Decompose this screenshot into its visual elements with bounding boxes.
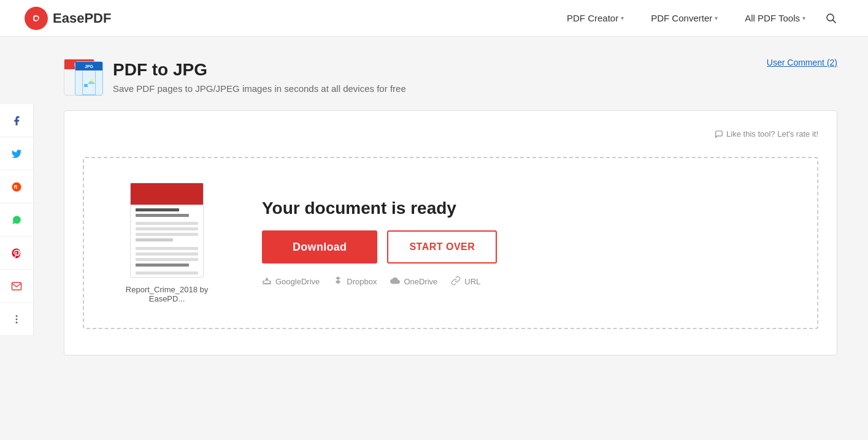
main-nav: PDF Creator ▾ PDF Converter ▾ All PDF To…: [553, 0, 843, 37]
search-button[interactable]: [819, 6, 843, 31]
svg-text:R: R: [14, 184, 18, 190]
download-button[interactable]: Download: [262, 230, 377, 264]
file-thumbnail: [130, 183, 204, 278]
page-header-left: PDF JPG PDF to JPG Save PDF pages to JPG…: [64, 55, 406, 98]
google-drive-option[interactable]: GoogleDrive: [262, 276, 320, 287]
nav-pdf-converter[interactable]: PDF Converter ▾: [637, 0, 731, 37]
svg-point-13: [91, 79, 94, 82]
url-option[interactable]: URL: [451, 276, 480, 287]
logo[interactable]: EasePDF: [25, 7, 111, 30]
facebook-share-button[interactable]: [0, 104, 33, 137]
nav-all-pdf-tools[interactable]: All PDF Tools ▾: [731, 0, 819, 37]
twitter-share-button[interactable]: [0, 137, 33, 170]
page-title-info: PDF to JPG Save PDF pages to JPG/JPEG im…: [113, 60, 406, 94]
onedrive-icon: [390, 276, 400, 287]
nav-pdf-creator[interactable]: PDF Creator ▾: [553, 0, 637, 37]
chevron-down-icon: ▾: [802, 15, 805, 21]
svg-point-9: [16, 321, 18, 323]
thumb-content: [131, 205, 203, 278]
svg-point-1: [34, 17, 38, 20]
svg-line-3: [833, 20, 836, 23]
url-label: URL: [464, 277, 480, 286]
onedrive-option[interactable]: OneDrive: [390, 276, 437, 287]
svg-rect-11: [84, 84, 88, 87]
dropbox-label: Dropbox: [347, 277, 377, 286]
thumb-header: [131, 183, 203, 205]
rate-bar: Like this tool? Let's rate it!: [83, 129, 818, 138]
file-preview: Report_Crime_2018 by EasePD...: [121, 183, 213, 303]
cloud-options: GoogleDrive Dropbox OneDri: [262, 276, 480, 287]
main-content: PDF JPG PDF to JPG Save PDF pages to JPG…: [33, 37, 868, 440]
rate-link[interactable]: Like this tool? Let's rate it!: [715, 129, 818, 138]
email-share-button[interactable]: [0, 270, 33, 303]
more-share-button[interactable]: [0, 303, 33, 336]
google-drive-icon: [262, 276, 272, 287]
google-drive-label: GoogleDrive: [275, 277, 320, 286]
result-actions: Your document is ready Download START OV…: [262, 199, 497, 287]
reddit-share-button[interactable]: R: [0, 170, 33, 203]
dropbox-option[interactable]: Dropbox: [333, 276, 377, 287]
start-over-button[interactable]: START OVER: [387, 230, 497, 264]
page-icon: PDF JPG: [64, 55, 103, 98]
onedrive-label: OneDrive: [404, 277, 437, 286]
page-header: PDF JPG PDF to JPG Save PDF pages to JPG…: [64, 55, 837, 98]
svg-point-8: [16, 318, 18, 320]
header: EasePDF PDF Creator ▾ PDF Converter ▾ Al…: [0, 0, 868, 37]
result-wrapper: Report_Crime_2018 by EasePD... Your docu…: [83, 157, 818, 329]
chevron-down-icon: ▾: [715, 15, 718, 21]
chevron-down-icon: ▾: [621, 15, 624, 21]
jpg-file-icon: JPG: [75, 61, 103, 96]
logo-text: EasePDF: [53, 10, 111, 26]
whatsapp-share-button[interactable]: [0, 203, 33, 237]
dropbox-icon: [333, 276, 343, 287]
user-comment-link[interactable]: User Comment (2): [767, 58, 837, 67]
ready-text: Your document is ready: [262, 199, 456, 218]
file-name: Report_Crime_2018 by EasePD...: [121, 285, 213, 303]
page-description: Save PDF pages to JPG/JPEG images in sec…: [113, 83, 406, 94]
social-sidebar: R: [0, 104, 34, 336]
svg-point-7: [16, 315, 18, 317]
result-area: Report_Crime_2018 by EasePD... Your docu…: [96, 170, 805, 316]
pinterest-share-button[interactable]: [0, 237, 33, 270]
url-link-icon: [451, 276, 461, 287]
page-title: PDF to JPG: [113, 60, 406, 80]
logo-icon: [25, 7, 48, 30]
tool-container: Like this tool? Let's rate it!: [64, 110, 837, 355]
comment-icon: [715, 130, 723, 138]
action-buttons: Download START OVER: [262, 230, 497, 264]
